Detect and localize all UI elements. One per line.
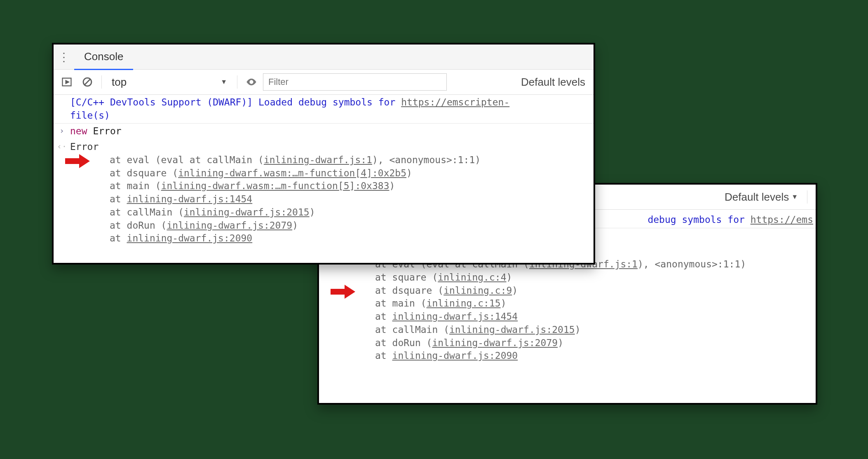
stack-frame: at inlining-dwarf.js:1454 [110, 193, 590, 206]
stack-frame: at doRun (inlining-dwarf.js:2079) [110, 219, 590, 232]
stack-frame: at callMain (inlining-dwarf.js:2015) [375, 323, 812, 337]
info-text-line2: file(s) [70, 110, 110, 121]
toolbar-divider [237, 75, 237, 89]
info-text: [C/C++ DevTools Support (DWARF)] Loaded … [70, 97, 401, 108]
stack-frame: at main (inlining.c:15) [375, 297, 812, 310]
toolbar-divider [101, 75, 102, 89]
info-link[interactable]: https://emscripten- [401, 97, 509, 108]
stack-frame: at inlining-dwarf.js:2090 [110, 232, 590, 245]
source-link[interactable]: inlining-dwarf.wasm:…m-function[5]:0x383 [161, 180, 389, 191]
tab-console[interactable]: Console [74, 44, 133, 70]
stack-frame: at inlining-dwarf.js:1454 [375, 310, 812, 323]
clear-console-icon[interactable] [78, 73, 96, 91]
input-prompt-icon: › [57, 125, 67, 137]
console-input-row[interactable]: › new Error [54, 124, 594, 139]
live-expression-icon[interactable] [242, 73, 260, 91]
error-word: Error [93, 126, 121, 136]
stack-frame: at eval (eval at callMain (inlining-dwar… [110, 154, 590, 167]
stack-trace: at eval (eval at callMain (inlining-dwar… [335, 258, 812, 363]
filter-input[interactable] [263, 73, 447, 91]
console-output-row: ‹· Error at eval (eval at callMain (inli… [54, 139, 594, 246]
source-link[interactable]: inlining.c:4 [438, 272, 506, 283]
error-word[interactable]: Error [70, 141, 99, 152]
tab-bar: ⋮ Console [54, 44, 594, 70]
new-keyword: new [70, 126, 87, 136]
source-link[interactable]: inlining-dwarf.js:2079 [432, 337, 558, 348]
devtools-panel-before: ⋮ Console top ▼ Default levels [52, 43, 595, 265]
chevron-down-icon: ▼ [791, 193, 798, 201]
source-link[interactable]: inlining.c:9 [443, 285, 512, 296]
console-output: [C/C++ DevTools Support (DWARF)] Loaded … [54, 95, 594, 246]
source-link[interactable]: inlining-dwarf.wasm:…m-function[4]:0x2b5 [178, 168, 406, 178]
log-levels-label: Default levels [521, 76, 585, 89]
svg-line-3 [84, 79, 90, 85]
stack-frame: at main (inlining-dwarf.wasm:…m-function… [110, 180, 590, 193]
log-levels-label: Default levels [725, 191, 789, 204]
source-link[interactable]: inlining.c:15 [427, 298, 501, 309]
svg-marker-6 [331, 285, 355, 299]
source-link[interactable]: inlining-dwarf.js:1 [264, 155, 372, 165]
callout-arrow-icon [331, 285, 355, 299]
source-link[interactable]: inlining-dwarf.js:1454 [392, 311, 518, 322]
info-message: [C/C++ DevTools Support (DWARF)] Loaded … [54, 95, 594, 124]
context-selector[interactable]: top ▼ [107, 76, 232, 89]
stack-frame: at callMain (inlining-dwarf.js:2015) [110, 206, 590, 219]
stack-frame: at inlining-dwarf.js:2090 [375, 349, 812, 363]
console-toolbar: top ▼ Default levels [54, 70, 594, 95]
stack-frame: at doRun (inlining-dwarf.js:2079) [375, 337, 812, 350]
svg-marker-5 [65, 154, 90, 168]
context-selector-label: top [112, 76, 127, 89]
source-link[interactable]: inlining-dwarf.js:2090 [127, 233, 253, 244]
source-link[interactable]: inlining-dwarf.js:1454 [127, 194, 253, 204]
log-levels-selector[interactable]: Default levels [521, 76, 589, 89]
kebab-menu-icon[interactable]: ⋮ [54, 50, 74, 64]
stack-frame: at square (inlining.c:4) [375, 271, 812, 284]
stack-frame: at dsquare (inlining.c:9) [375, 284, 812, 297]
svg-point-4 [251, 81, 253, 83]
source-link[interactable]: inlining-dwarf.js:2079 [167, 220, 292, 231]
svg-marker-1 [66, 81, 69, 84]
output-prompt-icon: ‹· [57, 141, 67, 152]
stack-frame: at dsquare (inlining-dwarf.wasm:…m-funct… [110, 167, 590, 180]
toolbar-divider [807, 190, 807, 204]
execution-context-icon[interactable] [58, 73, 76, 91]
source-link[interactable]: inlining-dwarf.js:2090 [392, 350, 518, 361]
info-text: debug symbols for [647, 214, 750, 225]
source-link[interactable]: inlining-dwarf.js:2015 [449, 324, 575, 335]
info-link[interactable]: https://ems [751, 214, 813, 225]
chevron-down-icon: ▼ [221, 78, 227, 86]
log-levels-selector[interactable]: Default levels ▼ [725, 191, 802, 204]
source-link[interactable]: inlining-dwarf.js:2015 [184, 207, 310, 218]
stack-trace: at eval (eval at callMain (inlining-dwar… [70, 154, 590, 245]
callout-arrow-icon [65, 154, 90, 168]
